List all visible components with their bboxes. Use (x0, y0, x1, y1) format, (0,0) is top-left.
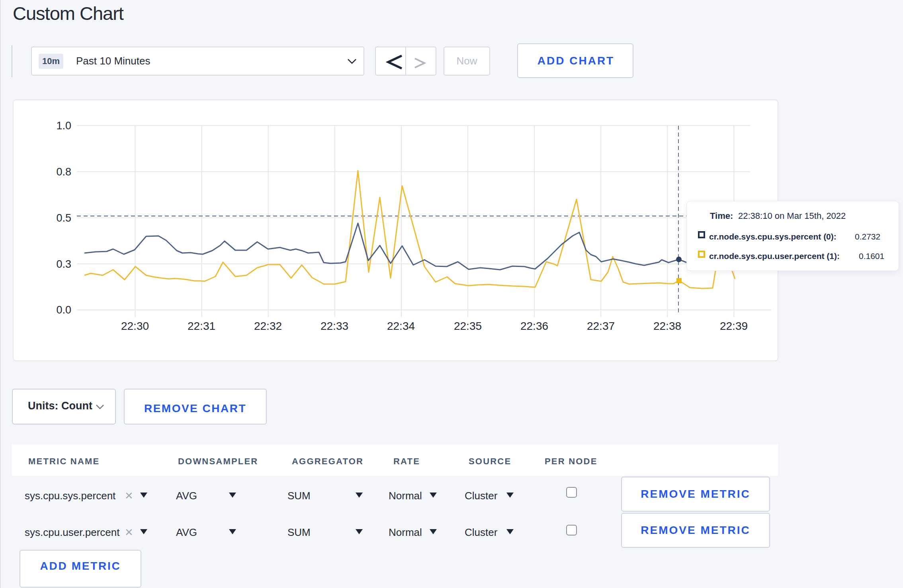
svg-text:22:38: 22:38 (653, 320, 681, 332)
svg-text:0.0: 0.0 (56, 304, 71, 316)
svg-text:22:34: 22:34 (387, 320, 415, 332)
svg-text:22:30: 22:30 (121, 320, 149, 332)
svg-text:22:36: 22:36 (520, 320, 548, 332)
svg-text:0.3: 0.3 (56, 258, 71, 270)
svg-text:0.8: 0.8 (56, 166, 71, 178)
svg-text:22:31: 22:31 (188, 320, 215, 332)
svg-text:0.5: 0.5 (56, 212, 71, 224)
svg-text:22:37: 22:37 (587, 320, 615, 332)
svg-text:22:35: 22:35 (454, 320, 482, 332)
svg-text:1.0: 1.0 (56, 120, 71, 132)
svg-text:22:39: 22:39 (720, 320, 748, 332)
svg-text:22:32: 22:32 (254, 320, 282, 332)
svg-text:22:33: 22:33 (321, 320, 348, 332)
